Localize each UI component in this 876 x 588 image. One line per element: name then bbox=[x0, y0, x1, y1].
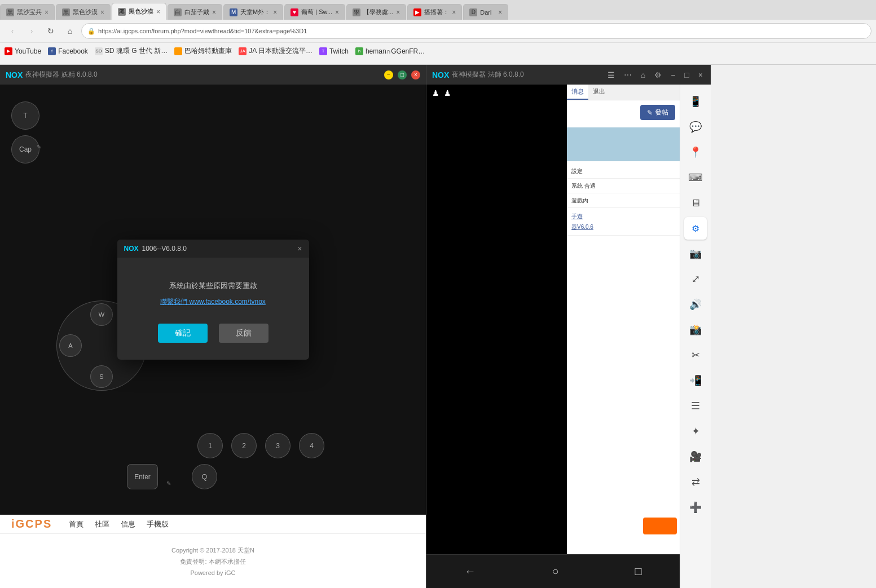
bookmark-facebook[interactable]: f Facebook bbox=[48, 47, 88, 55]
copyright-text: Copyright © 2017-2018 天堂N bbox=[0, 545, 426, 556]
tab-4[interactable]: M 天堂M外： × bbox=[223, 4, 283, 20]
bookmark-heman[interactable]: h heman∩GGenFR… bbox=[355, 47, 425, 55]
bookmark-ja-label: JA 日本動漫交流平… bbox=[249, 46, 312, 56]
nox-left-maximize[interactable]: □ bbox=[398, 70, 407, 79]
nav-mobile[interactable]: 手機版 bbox=[147, 519, 169, 529]
sidebar-cut-icon[interactable]: ✂ bbox=[684, 344, 707, 366]
nox-right-logo: NOX bbox=[432, 70, 449, 79]
tab-5[interactable]: ♥ 葡萄 | Sw... × bbox=[284, 4, 345, 20]
sidebar-expand-icon[interactable]: ⤢ bbox=[684, 268, 707, 290]
confirm-button[interactable]: 確記 bbox=[158, 324, 208, 343]
sidebar-message-icon[interactable]: 💬 bbox=[684, 116, 707, 138]
website-footer: Copyright © 2017-2018 天堂N 免責登明: 本網不承擔任 P… bbox=[0, 534, 426, 588]
sidebar-sync-icon[interactable]: ⇄ bbox=[684, 471, 707, 493]
forum-post-area: ✎ 發帖 bbox=[567, 100, 680, 125]
forum-link-1[interactable]: 器V6.0.6 bbox=[571, 222, 675, 232]
nox-left-window-controls: − □ × bbox=[384, 70, 420, 79]
address-bar[interactable]: 🔒 https://ai.igcps.com/forum.php?mod=vie… bbox=[81, 23, 871, 39]
bookmark-facebook-label: Facebook bbox=[58, 47, 88, 55]
panel-btn-2[interactable]: ⋯ bbox=[622, 68, 634, 82]
sidebar-star-icon[interactable]: ✦ bbox=[684, 420, 707, 443]
forward-button[interactable]: › bbox=[24, 23, 39, 39]
post-label: 發帖 bbox=[655, 108, 668, 117]
tab-close-6[interactable]: × bbox=[393, 8, 400, 16]
sidebar-settings-icon[interactable]: ⚙ bbox=[684, 217, 707, 240]
tab-close-0[interactable]: × bbox=[42, 8, 49, 16]
forum-label-system: 系統 合適 bbox=[567, 179, 680, 193]
home-nav-button[interactable]: ○ bbox=[552, 565, 558, 578]
orange-action-button[interactable] bbox=[643, 518, 677, 534]
home-button[interactable]: ⌂ bbox=[62, 23, 78, 39]
panel-btn-1[interactable]: ☰ bbox=[605, 68, 617, 82]
reload-button[interactable]: ↻ bbox=[43, 23, 59, 39]
sidebar-add-icon[interactable]: ➕ bbox=[684, 496, 707, 519]
tab-0[interactable]: 黑 黑沙宝兵 × bbox=[0, 4, 55, 20]
tab-close-3[interactable]: × bbox=[209, 8, 216, 16]
sidebar-apps-icon[interactable]: 📲 bbox=[684, 369, 707, 392]
forum-tab-exit[interactable]: 退出 bbox=[588, 85, 610, 100]
recents-nav-button[interactable]: □ bbox=[635, 565, 641, 578]
tab-close-4[interactable]: × bbox=[270, 8, 277, 16]
panel-btn-home[interactable]: ⌂ bbox=[639, 68, 648, 82]
tab-close-8[interactable]: × bbox=[495, 8, 502, 16]
heman-icon: h bbox=[355, 47, 363, 55]
cancel-button[interactable]: 反饋 bbox=[219, 324, 268, 343]
main-area: NOX 夜神模擬器 妖精 6.0.8.0 − □ × T Cap ✎ bbox=[0, 65, 876, 588]
bahamut-icon bbox=[174, 47, 182, 55]
tab-icon-5: ♥ bbox=[290, 8, 298, 16]
dialog-titlebar: NOX 1006--V6.0.8.0 × bbox=[117, 240, 309, 258]
tab-7[interactable]: ▶ 播播薯： × bbox=[407, 4, 462, 20]
sidebar-keyboard-icon[interactable]: ⌨ bbox=[684, 166, 707, 189]
sidebar-location-icon[interactable]: 📍 bbox=[684, 141, 707, 163]
tab-1[interactable]: 黑 黑色沙漠 × bbox=[56, 4, 111, 20]
tab-3[interactable]: 白 白茄子戴 × bbox=[168, 4, 222, 20]
sidebar-phone-icon[interactable]: 📱 bbox=[684, 90, 707, 113]
dialog-close-button[interactable]: × bbox=[297, 244, 302, 253]
label-game: 遊戲內 bbox=[571, 197, 588, 204]
tab-close-7[interactable]: × bbox=[449, 8, 456, 16]
url-text: https://ai.igcps.com/forum.php?mod=viewt… bbox=[98, 28, 307, 34]
bookmark-bahamut[interactable]: 巴哈姆特動畫庫 bbox=[174, 46, 232, 56]
tab-6[interactable]: 學 【學務處... × bbox=[346, 4, 406, 20]
bookmark-youtube[interactable]: ▶ YouTube bbox=[5, 47, 41, 55]
forum-link-0[interactable]: 手遊 bbox=[571, 211, 675, 222]
tab-label-6: 【學務處... bbox=[363, 8, 393, 16]
nav-info[interactable]: 信息 bbox=[121, 519, 135, 529]
sidebar-camera-icon[interactable]: 📸 bbox=[684, 319, 707, 341]
nav-home[interactable]: 首頁 bbox=[69, 519, 83, 529]
bookmark-twitch[interactable]: T Twitch bbox=[319, 47, 349, 55]
back-button[interactable]: ‹ bbox=[5, 23, 20, 39]
tab-close-1[interactable]: × bbox=[98, 8, 104, 16]
panel-btn-min[interactable]: − bbox=[668, 68, 677, 82]
panel-btn-settings[interactable]: ⚙ bbox=[652, 68, 664, 82]
bookmark-sd[interactable]: SD SD 魂環 G 世代 新… bbox=[95, 46, 168, 56]
sidebar-hd-icon[interactable]: 🖥 bbox=[684, 192, 707, 214]
lock-icon: 🔒 bbox=[87, 28, 95, 35]
nox-left-close[interactable]: × bbox=[411, 70, 420, 79]
panel-btn-close[interactable]: × bbox=[696, 68, 705, 82]
nav-community[interactable]: 社區 bbox=[95, 519, 109, 529]
emu-screen: T Cap ✎ W A S bbox=[0, 85, 426, 515]
dialog-title: 1006--V6.0.8.0 bbox=[142, 245, 187, 253]
panel-btn-max[interactable]: □ bbox=[682, 68, 691, 82]
tab-close-2[interactable]: × bbox=[153, 8, 160, 16]
label-settings: 設定 bbox=[571, 168, 583, 174]
bookmark-ja[interactable]: JA JA 日本動漫交流平… bbox=[239, 46, 312, 56]
tab-icon-0: 黑 bbox=[6, 8, 14, 16]
post-button[interactable]: ✎ 發帖 bbox=[640, 105, 675, 120]
right-sidebar: 📱 💬 📍 ⌨ 🖥 ⚙ 📷 ⤢ 🔊 📸 ✂ 📲 ☰ ✦ 🎥 ⇄ ➕ bbox=[680, 85, 711, 588]
dialog-link[interactable]: 聯繫我們 www.facebook.com/tvnox bbox=[160, 298, 266, 306]
powered-text: Powered by iGC bbox=[0, 568, 426, 579]
tab-8[interactable]: D Darl × bbox=[463, 4, 508, 20]
tab-close-5[interactable]: × bbox=[332, 8, 339, 16]
sidebar-screenshot-icon[interactable]: 📷 bbox=[684, 242, 707, 265]
forum-panel: 消息 退出 ✎ 發帖 設定 系統 合適 bbox=[567, 85, 680, 588]
nox-left-minimize[interactable]: − bbox=[384, 70, 393, 79]
sidebar-volume-icon[interactable]: 🔊 bbox=[684, 293, 707, 316]
tab-2[interactable]: 黑 黑色沙漠 × bbox=[112, 3, 166, 20]
back-nav-button[interactable]: ← bbox=[464, 565, 476, 578]
sidebar-list-icon[interactable]: ☰ bbox=[684, 395, 707, 417]
forum-tab-news[interactable]: 消息 bbox=[567, 85, 588, 100]
sidebar-video-icon[interactable]: 🎥 bbox=[684, 445, 707, 468]
nox-left-logo: NOX bbox=[6, 70, 23, 79]
